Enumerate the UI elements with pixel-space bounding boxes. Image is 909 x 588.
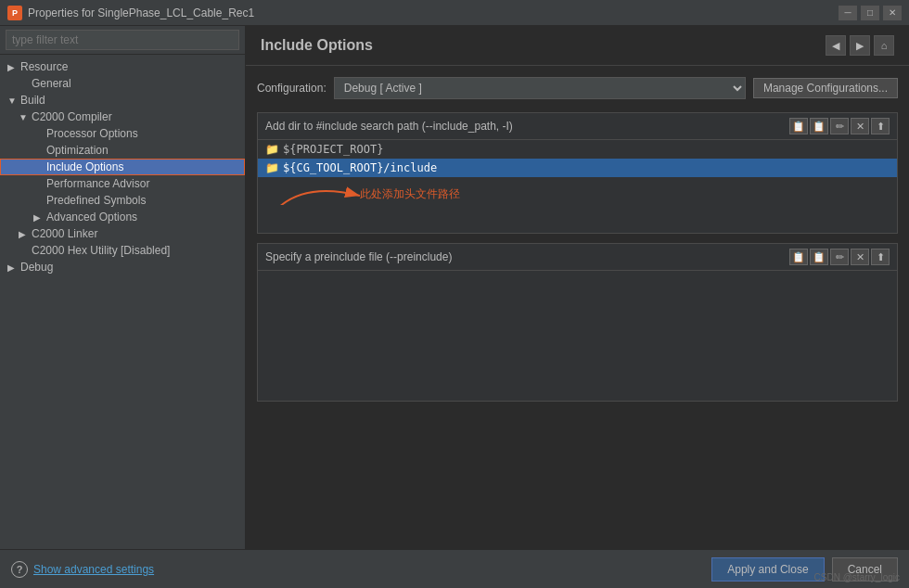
tree-label: Advanced Options <box>46 211 137 224</box>
manage-configurations-button[interactable]: Manage Configurations... <box>753 78 898 98</box>
watermark: CSDN @starry_logic <box>814 572 900 582</box>
tree-label: Build <box>20 94 45 107</box>
include-item[interactable]: 📁 ${PROJECT_ROOT} <box>258 140 897 159</box>
include-list: 📁 ${PROJECT_ROOT} 📁 ${CG_TOOL_ROOT}/incl… <box>258 140 897 233</box>
content-header: Include Options ◀ ▶ ⌂ <box>246 26 909 66</box>
sidebar-item-predefined-symbols[interactable]: Predefined Symbols <box>0 192 245 209</box>
include-section: Add dir to #include search path (--inclu… <box>257 112 898 234</box>
sidebar-item-processor-options[interactable]: Processor Options <box>0 125 245 142</box>
tree-label: Resource <box>20 60 68 73</box>
titlebar: P Properties for SinglePhase_LCL_Cable_R… <box>0 0 909 26</box>
preinclude-title: Specify a preinclude file (--preinclude) <box>265 250 452 263</box>
tree-label: Processor Options <box>46 127 138 140</box>
sidebar-item-c2000hex[interactable]: C2000 Hex Utility [Disabled] <box>0 242 245 259</box>
tree-arrow: ▶ <box>7 62 17 72</box>
main-container: ▶ResourceGeneral▼Build▼C2000 CompilerPro… <box>0 26 909 549</box>
titlebar-controls: ─ □ ✕ <box>839 6 902 20</box>
config-select[interactable]: Debug [ Active ] <box>334 77 746 99</box>
tree-arrow: ▶ <box>19 229 28 239</box>
include-item-value-2: ${CG_TOOL_ROOT}/include <box>283 161 437 174</box>
header-nav: ◀ ▶ ⌂ <box>826 35 894 56</box>
preinclude-header: Specify a preinclude file (--preinclude)… <box>258 244 897 271</box>
tree-label: C2000 Linker <box>32 227 97 240</box>
include-section-title: Add dir to #include search path (--inclu… <box>265 120 513 133</box>
annotation-area: 此处添加头文件路径 <box>258 177 897 233</box>
show-advanced-link[interactable]: Show advanced settings <box>33 563 154 576</box>
content-area: Include Options ◀ ▶ ⌂ Configuration: Deb… <box>246 26 909 549</box>
config-row: Configuration: Debug [ Active ] Manage C… <box>257 77 898 99</box>
preinclude-add-button[interactable]: 📋 <box>789 249 808 265</box>
sidebar: ▶ResourceGeneral▼Build▼C2000 CompilerPro… <box>0 26 246 549</box>
apply-close-button[interactable]: Apply and Close <box>711 557 824 582</box>
include-copy-button[interactable]: 📋 <box>810 118 828 134</box>
include-edit-button[interactable]: ✏ <box>830 118 849 134</box>
preinclude-section: Specify a preinclude file (--preinclude)… <box>257 243 898 402</box>
include-delete-button[interactable]: ✕ <box>851 118 869 134</box>
preinclude-edit-button[interactable]: ✏ <box>830 249 849 265</box>
help-icon[interactable]: ? <box>11 561 28 578</box>
preinclude-delete-button[interactable]: ✕ <box>851 249 869 265</box>
tree-label: C2000 Hex Utility [Disabled] <box>32 244 170 257</box>
tree-label: General <box>32 77 71 90</box>
sidebar-item-performance-advisor[interactable]: Performance Advisor <box>0 175 245 192</box>
include-up-button[interactable]: ⬆ <box>871 118 890 134</box>
include-item-value: ${PROJECT_ROOT} <box>283 143 383 156</box>
annotation-arrow-svg <box>267 177 360 205</box>
tree-label: Include Options <box>46 160 123 173</box>
sidebar-item-advanced-options[interactable]: ▶Advanced Options <box>0 209 245 225</box>
app-icon: P <box>7 6 22 20</box>
tree-label: Optimization <box>46 144 109 157</box>
tree-label: Debug <box>20 261 53 274</box>
nav-back-button[interactable]: ◀ <box>826 35 846 56</box>
preinclude-copy-button[interactable]: 📋 <box>810 249 828 265</box>
annotation-text: 此处添加头文件路径 <box>360 186 460 202</box>
close-button[interactable]: ✕ <box>883 6 902 20</box>
maximize-button[interactable]: □ <box>861 6 879 20</box>
preinclude-list <box>258 271 897 401</box>
sidebar-item-optimization[interactable]: Optimization <box>0 142 245 159</box>
tree: ▶ResourceGeneral▼Build▼C2000 CompilerPro… <box>0 55 245 279</box>
content-body: Configuration: Debug [ Active ] Manage C… <box>246 66 909 549</box>
tree-label: C2000 Compiler <box>32 110 112 123</box>
page-title: Include Options <box>261 37 373 54</box>
tree-arrow: ▼ <box>7 96 17 106</box>
tree-label: Predefined Symbols <box>46 194 146 207</box>
config-label: Configuration: <box>257 82 326 95</box>
tree-arrow: ▼ <box>19 112 28 122</box>
sidebar-item-c2000linker[interactable]: ▶C2000 Linker <box>0 225 245 242</box>
include-item-active[interactable]: 📁 ${CG_TOOL_ROOT}/include <box>258 159 897 177</box>
titlebar-left: P Properties for SinglePhase_LCL_Cable_R… <box>7 6 254 20</box>
tree-arrow: ▶ <box>33 212 43 223</box>
filter-wrapper <box>0 26 245 55</box>
sidebar-item-debug[interactable]: ▶Debug <box>0 259 245 275</box>
bottom-left: ? Show advanced settings <box>11 561 154 578</box>
include-add-button[interactable]: 📋 <box>789 118 808 134</box>
include-section-header: Add dir to #include search path (--inclu… <box>258 113 897 140</box>
sidebar-item-general[interactable]: General <box>0 75 245 92</box>
minimize-button[interactable]: ─ <box>839 6 857 20</box>
titlebar-title: Properties for SinglePhase_LCL_Cable_Rec… <box>28 6 254 19</box>
nav-fwd-button[interactable]: ▶ <box>850 35 870 56</box>
bottom-bar: ? Show advanced settings Apply and Close… <box>0 549 909 588</box>
tree-arrow: ▶ <box>7 262 17 273</box>
preinclude-up-button[interactable]: ⬆ <box>871 249 890 265</box>
sidebar-item-c2000compiler[interactable]: ▼C2000 Compiler <box>0 109 245 125</box>
sidebar-item-resource[interactable]: ▶Resource <box>0 58 245 75</box>
sidebar-item-build[interactable]: ▼Build <box>0 92 245 109</box>
preinclude-tools: 📋 📋 ✏ ✕ ⬆ <box>789 249 890 265</box>
include-tools: 📋 📋 ✏ ✕ ⬆ <box>789 118 890 134</box>
sidebar-item-include-options[interactable]: Include Options <box>0 159 245 175</box>
tree-label: Performance Advisor <box>46 177 149 190</box>
nav-home-button[interactable]: ⌂ <box>874 35 894 56</box>
filter-input[interactable] <box>6 30 239 50</box>
